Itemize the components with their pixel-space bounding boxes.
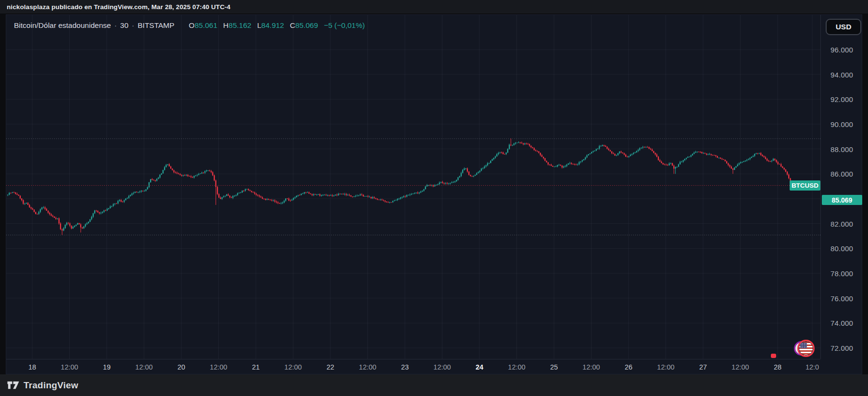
- candlestick-chart[interactable]: [6, 15, 820, 359]
- attribution-bar: nickolasplaza publicado en TradingView.c…: [0, 0, 868, 13]
- time-tick-label: 12:00: [433, 363, 451, 371]
- price-tick-label: 76.000: [821, 294, 863, 302]
- price-tick-label: 78.000: [821, 269, 863, 277]
- page: nickolasplaza publicado en TradingView.c…: [0, 0, 868, 396]
- open-value: 85.061: [195, 21, 217, 30]
- low-value: 84.912: [261, 21, 284, 30]
- price-tick-label: 88.000: [821, 145, 863, 153]
- time-tick-label: 12:00: [582, 363, 600, 371]
- low-label: L: [257, 21, 262, 30]
- price-tick-label: 92.000: [821, 95, 863, 103]
- time-tick-label: 18: [28, 363, 36, 371]
- close-label: C: [290, 21, 295, 30]
- time-axis[interactable]: 1812:001912:002012:002112:002212:002312:…: [6, 359, 820, 375]
- separator-dot: ·: [114, 21, 117, 30]
- economic-event-flag-icon[interactable]: [794, 340, 819, 360]
- separator-dot: ·: [132, 21, 134, 30]
- symbol-title[interactable]: Bitcoin/Dólar estadounidense: [14, 21, 111, 30]
- time-tick-label: 12:00: [657, 363, 674, 371]
- price-tick-label: 82.000: [821, 219, 863, 228]
- time-tick-label: 12:00: [284, 363, 302, 371]
- price-tick-label: 72.000: [821, 344, 863, 352]
- time-tick-label: 22: [327, 363, 334, 371]
- time-tick-label: 28: [774, 363, 781, 371]
- price-tick-label: 74.000: [821, 319, 863, 327]
- time-tick-label: 12:00: [135, 363, 152, 371]
- exchange-name[interactable]: BITSTAMP: [138, 21, 174, 30]
- price-tick-label: 96.000: [821, 46, 863, 54]
- price-tick-label: 94.000: [821, 70, 863, 78]
- tradingview-logo[interactable]: TradingView: [7, 380, 78, 391]
- tradingview-logo-icon: [7, 380, 20, 390]
- time-tick-label: 12:00: [359, 363, 376, 371]
- time-tick-label: 21: [252, 363, 260, 371]
- time-tick-label: 26: [625, 363, 632, 371]
- chart-panel: Bitcoin/Dólar estadounidense · 30 · BITS…: [6, 14, 862, 374]
- price-tick-label: 90.000: [821, 120, 863, 128]
- attribution-text: nickolasplaza publicado en TradingView.c…: [7, 3, 230, 11]
- time-tick-label: 25: [550, 363, 558, 371]
- footer-bar: TradingView: [0, 374, 868, 396]
- close-value: 85.069: [295, 21, 318, 30]
- interval-value[interactable]: 30: [120, 21, 128, 30]
- price-tick-label: 86.000: [821, 170, 863, 178]
- price-tick-label: 80.000: [821, 244, 863, 253]
- symbol-header: Bitcoin/Dólar estadounidense · 30 · BITS…: [14, 20, 365, 31]
- open-label: O: [189, 21, 195, 30]
- time-tick-label: 12:00: [731, 363, 749, 371]
- event-time-tick: [771, 354, 776, 358]
- currency-toggle-button[interactable]: USD: [826, 19, 861, 35]
- time-tick-label: 24: [476, 363, 483, 371]
- high-label: H: [223, 21, 228, 30]
- tradingview-brand-text: TradingView: [24, 380, 78, 391]
- price-axis[interactable]: 85.069 96.00094.00092.00090.00088.00086.…: [820, 15, 863, 359]
- high-value: 85.162: [228, 21, 251, 30]
- time-tick-label: 12:00: [61, 363, 78, 371]
- time-tick-label: 19: [103, 363, 111, 371]
- ohlc-readout: O 85.061 H 85.162 L 84.912 C 85.069 −5 (…: [183, 21, 365, 30]
- us-flag-icon: [797, 340, 815, 357]
- time-tick-label: 12:00: [508, 363, 525, 371]
- symbol-price-flag: BTCUSD: [790, 180, 820, 191]
- time-tick-label: 12:00: [210, 363, 227, 371]
- change-value: −5 (−0,01%): [324, 21, 365, 30]
- current-price-badge: 85.069: [822, 195, 862, 205]
- time-tick-label: 12:0: [805, 363, 819, 371]
- time-tick-label: 20: [177, 363, 185, 371]
- time-tick-label: 23: [401, 363, 409, 371]
- time-tick-label: 27: [699, 363, 707, 371]
